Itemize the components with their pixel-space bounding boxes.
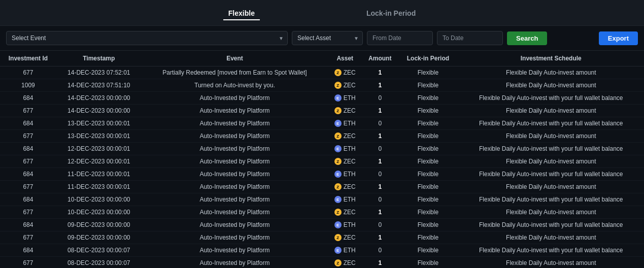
asset-label: ETH <box>344 94 356 102</box>
asset-label: ZEC <box>344 234 356 241</box>
cell-id: 684 <box>0 143 56 155</box>
asset-label: ETH <box>344 120 356 127</box>
cell-timestamp: 14-DEC-2023 07:51:10 <box>56 79 142 92</box>
cell-id: 1009 <box>0 79 56 92</box>
cell-lockin: Flexible <box>398 206 458 219</box>
to-date-input[interactable] <box>437 31 503 45</box>
cell-schedule: Flexible Daily Auto-invest amount <box>458 231 644 244</box>
eth-icon: E <box>334 221 342 228</box>
select-asset-wrapper: Select Asset ▼ <box>292 31 363 45</box>
cell-asset: Z ZEC <box>328 155 362 168</box>
cell-amount: 0 <box>362 219 398 231</box>
cell-asset: Z ZEC <box>328 66 362 79</box>
col-asset: Asset <box>328 51 362 66</box>
col-timestamp: Timestamp <box>56 51 142 66</box>
cell-event: Partially Redeemed [moved from Earn to S… <box>142 66 328 79</box>
cell-asset: E ETH <box>328 117 362 130</box>
cell-id: 677 <box>0 206 56 219</box>
zec-icon: Z <box>334 158 342 165</box>
cell-lockin: Flexible <box>398 231 458 244</box>
tab-flexible[interactable]: Flexible <box>223 7 260 20</box>
tab-lock-in[interactable]: Lock-in Period <box>361 7 421 20</box>
cell-event: Auto-Invested by Platform <box>142 130 328 143</box>
cell-event: Auto-Invested by Platform <box>142 206 328 219</box>
select-asset[interactable]: Select Asset <box>292 31 363 45</box>
zec-icon: Z <box>334 234 342 241</box>
table-row: 677 09-DEC-2023 00:00:00 Auto-Invested b… <box>0 231 644 244</box>
cell-amount: 0 <box>362 92 398 105</box>
cell-schedule: Flexible Daily Auto-invest with your ful… <box>458 168 644 181</box>
search-button[interactable]: Search <box>507 31 547 45</box>
cell-schedule: Flexible Daily Auto-invest amount <box>458 79 644 92</box>
cell-amount: 1 <box>362 66 398 79</box>
cell-lockin: Flexible <box>398 117 458 130</box>
cell-lockin: Flexible <box>398 219 458 231</box>
cell-schedule: Flexible Daily Auto-invest with your ful… <box>458 193 644 206</box>
table-row: 677 13-DEC-2023 00:00:01 Auto-Invested b… <box>0 130 644 143</box>
select-event[interactable]: Select Event <box>6 31 288 45</box>
cell-event: Auto-Invested by Platform <box>142 117 328 130</box>
cell-timestamp: 13-DEC-2023 00:00:01 <box>56 130 142 143</box>
cell-asset: Z ZEC <box>328 130 362 143</box>
cell-timestamp: 14-DEC-2023 07:52:01 <box>56 66 142 79</box>
cell-timestamp: 08-DEC-2023 00:00:07 <box>56 244 142 257</box>
zec-icon: Z <box>334 82 342 89</box>
cell-event: Turned on Auto-invest by you. <box>142 79 328 92</box>
asset-label: ZEC <box>344 183 356 190</box>
cell-asset: Z ZEC <box>328 181 362 193</box>
cell-id: 677 <box>0 130 56 143</box>
asset-label: ETH <box>344 247 356 254</box>
table-header-row: Investment Id Timestamp Event Asset Amou… <box>0 51 644 66</box>
cell-amount: 1 <box>362 130 398 143</box>
cell-timestamp: 12-DEC-2023 00:00:01 <box>56 155 142 168</box>
cell-lockin: Flexible <box>398 105 458 117</box>
cell-asset: Z ZEC <box>328 257 362 269</box>
col-schedule: Investment Schedule <box>458 51 644 66</box>
cell-id: 677 <box>0 231 56 244</box>
cell-asset: Z ZEC <box>328 231 362 244</box>
cell-id: 677 <box>0 181 56 193</box>
cell-id: 677 <box>0 105 56 117</box>
table-row: 677 12-DEC-2023 00:00:01 Auto-Invested b… <box>0 155 644 168</box>
asset-label: ZEC <box>344 158 356 165</box>
cell-asset: E ETH <box>328 143 362 155</box>
cell-amount: 1 <box>362 257 398 269</box>
col-event: Event <box>142 51 328 66</box>
cell-event: Auto-Invested by Platform <box>142 244 328 257</box>
cell-schedule: Flexible Daily Auto-invest amount <box>458 181 644 193</box>
zec-icon: Z <box>334 183 342 190</box>
table-row: 677 10-DEC-2023 00:00:00 Auto-Invested b… <box>0 206 644 219</box>
asset-label: ETH <box>344 196 356 203</box>
asset-label: ZEC <box>344 82 356 89</box>
table-row: 684 14-DEC-2023 00:00:00 Auto-Invested b… <box>0 92 644 105</box>
zec-icon: Z <box>334 259 342 266</box>
cell-event: Auto-Invested by Platform <box>142 143 328 155</box>
from-date-input[interactable] <box>367 31 433 45</box>
cell-schedule: Flexible Daily Auto-invest with your ful… <box>458 143 644 155</box>
cell-amount: 0 <box>362 193 398 206</box>
header-tabs: Flexible Lock-in Period <box>0 0 644 26</box>
cell-asset: Z ZEC <box>328 206 362 219</box>
select-event-wrapper: Select Event ▼ <box>6 31 288 45</box>
cell-event: Auto-Invested by Platform <box>142 181 328 193</box>
cell-timestamp: 11-DEC-2023 00:00:01 <box>56 168 142 181</box>
cell-id: 677 <box>0 155 56 168</box>
cell-amount: 1 <box>362 231 398 244</box>
asset-label: ETH <box>344 171 356 178</box>
table-body: 677 14-DEC-2023 07:52:01 Partially Redee… <box>0 66 644 269</box>
table-row: 677 14-DEC-2023 07:52:01 Partially Redee… <box>0 66 644 79</box>
cell-schedule: Flexible Daily Auto-invest with your ful… <box>458 244 644 257</box>
table-row: 684 09-DEC-2023 00:00:00 Auto-Invested b… <box>0 219 644 231</box>
zec-icon: Z <box>334 69 342 76</box>
eth-icon: E <box>334 196 342 203</box>
cell-schedule: Flexible Daily Auto-invest amount <box>458 155 644 168</box>
cell-timestamp: 14-DEC-2023 00:00:00 <box>56 105 142 117</box>
cell-asset: E ETH <box>328 244 362 257</box>
cell-lockin: Flexible <box>398 143 458 155</box>
investments-table: Investment Id Timestamp Event Asset Amou… <box>0 51 644 268</box>
table-row: 684 11-DEC-2023 00:00:01 Auto-Invested b… <box>0 168 644 181</box>
cell-schedule: Flexible Daily Auto-invest amount <box>458 66 644 79</box>
export-button[interactable]: Export <box>599 31 638 45</box>
cell-schedule: Flexible Daily Auto-invest amount <box>458 257 644 269</box>
cell-amount: 0 <box>362 244 398 257</box>
